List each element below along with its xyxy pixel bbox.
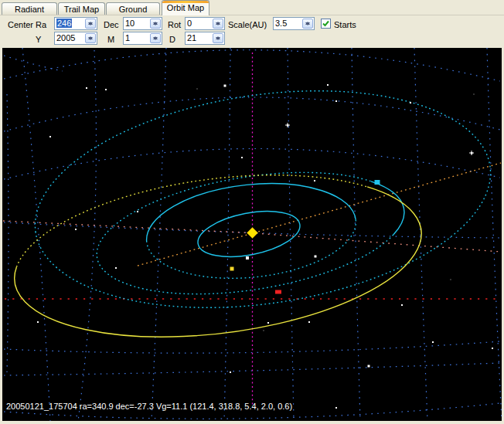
star bbox=[197, 89, 198, 90]
venus-marker bbox=[230, 267, 234, 271]
star bbox=[308, 321, 310, 323]
month-value[interactable]: 1 bbox=[125, 33, 148, 43]
star bbox=[75, 229, 77, 230]
dec-updown-buttons[interactable] bbox=[150, 19, 161, 29]
grid-line bbox=[22, 48, 50, 421]
checkmark-icon bbox=[322, 19, 330, 28]
star bbox=[314, 180, 315, 181]
tab-trail-map[interactable]: Trail Map bbox=[58, 2, 105, 15]
dec-label: Dec bbox=[104, 20, 119, 30]
day-label: D bbox=[169, 35, 175, 45]
mars-orbit bbox=[21, 63, 502, 336]
grid-line bbox=[78, 50, 96, 421]
starts-checkbox-label[interactable]: Starts bbox=[334, 20, 356, 30]
tab-bar: Radiant Map Trail Map Ground Map Orbit M… bbox=[0, 0, 504, 15]
month-updown-buttons[interactable] bbox=[150, 33, 161, 43]
mars-marker bbox=[275, 290, 281, 294]
star bbox=[410, 102, 411, 103]
star bbox=[49, 136, 51, 137]
star bbox=[451, 280, 451, 280]
grid-line bbox=[4, 56, 63, 71]
grid-line bbox=[352, 48, 360, 421]
star bbox=[224, 85, 226, 87]
star bbox=[335, 100, 337, 102]
star bbox=[368, 365, 370, 368]
year-updown-buttons[interactable] bbox=[85, 33, 96, 43]
day-updown-buttons[interactable] bbox=[213, 33, 223, 43]
star bbox=[287, 124, 288, 126]
scale-au-updown-buttons[interactable] bbox=[302, 19, 313, 29]
star bbox=[37, 321, 39, 323]
down-arrow-icon bbox=[216, 22, 220, 25]
star bbox=[267, 322, 269, 324]
grid-line bbox=[487, 48, 502, 421]
star bbox=[401, 304, 403, 306]
grid-line bbox=[152, 48, 166, 421]
grid-line bbox=[414, 48, 427, 421]
star bbox=[327, 84, 329, 86]
center-ra-spinner[interactable]: 246 bbox=[54, 17, 97, 30]
star bbox=[86, 87, 87, 89]
center-ra-value[interactable]: 246 bbox=[56, 19, 83, 29]
star bbox=[115, 267, 117, 269]
dec-value[interactable]: 10 bbox=[125, 19, 148, 29]
orbit-map-canvas[interactable]: 20050121_175704 ra=340.9 dec=-27.3 Vg=11… bbox=[2, 48, 502, 421]
tab-orbit-map[interactable]: Orbit Map bbox=[162, 0, 209, 15]
orbit-plot-svg bbox=[2, 48, 502, 421]
year-label: Y bbox=[36, 35, 41, 45]
down-arrow-icon bbox=[88, 37, 93, 40]
scale-au-spinner[interactable]: 3.5 bbox=[273, 17, 315, 30]
grid-line bbox=[7, 94, 9, 372]
star bbox=[230, 371, 231, 373]
star bbox=[105, 89, 107, 90]
down-arrow-icon bbox=[153, 37, 158, 40]
star bbox=[432, 341, 434, 343]
star bbox=[474, 94, 475, 95]
orbit-control-panel: Center Ra 246 Dec 10 Rot 0 Scale(AU) 3.5… bbox=[0, 15, 504, 48]
star bbox=[137, 211, 138, 212]
apsides-line bbox=[138, 163, 501, 266]
down-arrow-icon bbox=[88, 22, 93, 25]
star bbox=[335, 407, 337, 409]
mercury-marker bbox=[246, 256, 249, 259]
day-value[interactable]: 21 bbox=[187, 33, 211, 43]
rot-value[interactable]: 0 bbox=[187, 19, 211, 29]
scale-au-label: Scale(AU) bbox=[228, 20, 267, 30]
down-arrow-icon bbox=[153, 22, 158, 25]
grid-line bbox=[288, 48, 294, 421]
grid-line bbox=[4, 97, 500, 131]
rot-updown-buttons[interactable] bbox=[213, 19, 223, 29]
grid-line bbox=[4, 341, 500, 353]
earth-marker bbox=[375, 180, 380, 185]
month-spinner[interactable]: 1 bbox=[123, 32, 162, 45]
day-spinner[interactable]: 21 bbox=[185, 32, 225, 45]
grid-line bbox=[224, 48, 230, 421]
year-spinner[interactable]: 2005 bbox=[54, 32, 97, 45]
tab-radiant-map[interactable]: Radiant Map bbox=[2, 2, 57, 15]
star bbox=[492, 348, 493, 349]
sun-marker bbox=[247, 228, 258, 239]
down-arrow-icon bbox=[216, 37, 220, 40]
star bbox=[241, 157, 243, 158]
tab-ground-map[interactable]: Ground Map bbox=[106, 2, 160, 15]
star bbox=[471, 152, 472, 154]
year-value[interactable]: 2005 bbox=[56, 33, 83, 43]
center-ra-updown-buttons[interactable] bbox=[85, 19, 96, 29]
star bbox=[264, 331, 264, 331]
down-arrow-icon bbox=[305, 22, 310, 25]
scale-au-value[interactable]: 3.5 bbox=[275, 19, 301, 29]
star bbox=[315, 256, 317, 258]
orbit-status-text: 20050121_175704 ra=340.9 dec=-27.3 Vg=11… bbox=[6, 402, 292, 411]
month-label: M bbox=[107, 35, 114, 45]
starts-checkbox[interactable] bbox=[321, 19, 331, 29]
rot-label: Rot bbox=[168, 20, 181, 30]
rot-spinner[interactable]: 0 bbox=[185, 17, 225, 30]
dec-spinner[interactable]: 10 bbox=[123, 17, 162, 30]
center-ra-label: Center Ra bbox=[8, 20, 46, 30]
